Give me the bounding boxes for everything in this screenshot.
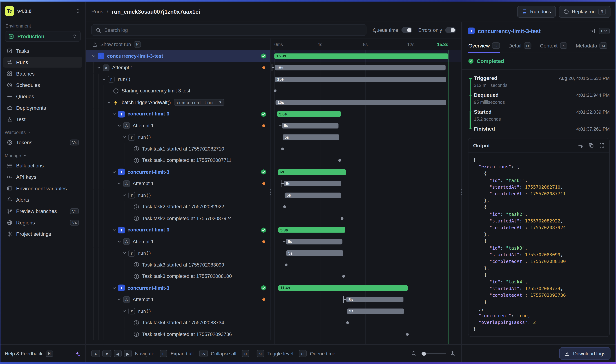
zoom-out-icon[interactable] [411, 351, 417, 356]
trace-row[interactable]: Task task4 started at 1755702088734 [86, 317, 461, 328]
span-bar[interactable]: 15s [275, 77, 446, 82]
resize-handle-tree[interactable] [268, 188, 273, 196]
copy-icon[interactable] [588, 143, 594, 148]
tab-metadata[interactable]: MetadataM [575, 39, 608, 53]
run-docs-button[interactable]: Run docs [517, 6, 556, 18]
trace-row[interactable]: Task task2 completed at 1755702087924 [86, 213, 461, 224]
span-bar[interactable]: 5s [347, 308, 404, 314]
chevron-down-icon[interactable] [106, 99, 112, 105]
zoom-in-icon[interactable] [450, 351, 456, 356]
toggle-level-key-0[interactable]: 0 [242, 350, 249, 357]
span-bar[interactable]: 5s [284, 181, 341, 186]
search-input[interactable]: Search log [91, 24, 366, 36]
trace-row[interactable]: rrun() 5s [86, 305, 461, 317]
span-bar[interactable]: 5.9s [278, 227, 345, 233]
trace-row[interactable]: AAttempt 1 5s [86, 294, 461, 305]
chevron-down-icon[interactable] [121, 308, 127, 314]
tab-context[interactable]: ContextX [539, 39, 567, 53]
errors-only-toggle[interactable] [445, 27, 456, 33]
sidebar-item-batches[interactable]: Batches [3, 68, 82, 79]
left-arrow-key[interactable]: ◀ [114, 350, 122, 357]
sidebar-item-deployments[interactable]: Deployments [3, 103, 82, 113]
zoom-knob[interactable] [422, 351, 426, 356]
sparkle-icon[interactable] [74, 350, 81, 357]
span-bar[interactable]: 6s [278, 169, 346, 175]
down-arrow-key[interactable]: ▼ [102, 350, 111, 357]
sidebar-item-preview-branches[interactable]: Preview branches V4 [3, 206, 82, 217]
download-logs-button[interactable]: Download logs [559, 348, 610, 360]
chevron-down-icon[interactable] [116, 122, 123, 129]
right-arrow-key[interactable]: ▶ [124, 350, 132, 357]
close-panel-icon[interactable] [590, 28, 596, 34]
collapse-all-key[interactable]: W [199, 350, 208, 357]
trace-row[interactable]: Task task1 started at 1755702082710 [86, 143, 461, 155]
sidebar-item-tasks[interactable]: Tasks [3, 46, 82, 56]
trace-row[interactable]: Task task4 completed at 1755702093736 [86, 329, 461, 340]
chevron-down-icon[interactable] [111, 111, 117, 117]
chevron-down-icon[interactable] [101, 76, 107, 82]
chevron-updown-icon[interactable] [75, 8, 81, 14]
up-arrow-key[interactable]: ▲ [91, 350, 100, 357]
sidebar-item-environment-variables[interactable]: Environment variables [3, 183, 82, 194]
chevron-down-icon[interactable] [96, 65, 102, 71]
sidebar-item-api-keys[interactable]: API keys [3, 172, 82, 182]
sidebar-item-runs[interactable]: Runs [3, 57, 82, 68]
trace-row[interactable]: AAttempt 1 15s [86, 62, 461, 73]
trace-row[interactable]: Tconcurrent-limit-3 6s [86, 166, 461, 178]
expand-icon[interactable] [599, 143, 605, 148]
tab-detail[interactable]: DetailD [508, 39, 532, 53]
section-manage[interactable]: Manage [0, 148, 85, 159]
resize-handle-inspector[interactable] [459, 188, 463, 196]
chevron-down-icon[interactable] [116, 238, 123, 245]
queue-time-toggle[interactable] [401, 27, 412, 33]
trace-row[interactable]: rrun() 5s [86, 247, 461, 259]
trace-row[interactable]: Starting concurrency limit 3 test [86, 85, 461, 97]
span-bar[interactable]: 5s [282, 123, 339, 129]
trace-row[interactable]: Task task3 completed at 1755702088100 [86, 271, 461, 282]
toggle-level-key-9[interactable]: 9 [257, 350, 264, 357]
chevron-down-icon[interactable] [91, 53, 97, 59]
environment-selector[interactable]: Production [5, 31, 81, 42]
expand-all-key[interactable]: E [160, 350, 168, 357]
span-bar[interactable]: 5s [285, 193, 341, 198]
span-bar[interactable]: 11.4s [278, 285, 408, 291]
trace-row[interactable]: AAttempt 1 5s [86, 120, 461, 131]
sidebar-item-test[interactable]: Test [3, 114, 82, 125]
chevron-down-icon[interactable] [111, 227, 117, 233]
span-bar[interactable]: 15s [275, 100, 446, 105]
trace-row[interactable]: rrun() 15s [86, 74, 461, 85]
chevron-down-icon[interactable] [116, 181, 123, 187]
sidebar-item-regions[interactable]: Regions V4 [3, 217, 82, 228]
trace-row[interactable]: AAttempt 1 5s [86, 236, 461, 247]
chevron-down-icon[interactable] [111, 169, 117, 175]
trace-row[interactable]: rrun() 5s [86, 131, 461, 143]
trace-row[interactable]: Tconcurrent-limit-3 5.6s [86, 108, 461, 120]
queue-time-key[interactable]: Q [299, 350, 307, 357]
show-root-run-button[interactable]: Show root run P [90, 41, 143, 48]
sidebar-item-project-settings[interactable]: Project settings [3, 229, 82, 239]
chevron-down-icon[interactable] [121, 250, 127, 256]
chevron-down-icon[interactable] [121, 192, 127, 198]
trace-row[interactable]: Task task2 started at 1755702082922 [86, 201, 461, 213]
sidebar-item-schedules[interactable]: Schedules [3, 80, 82, 91]
span-bar[interactable]: 5s [286, 239, 343, 244]
section-waitpoints[interactable]: Waitpoints [0, 125, 85, 136]
org-switcher[interactable]: Te v4.0.0 [0, 2, 85, 21]
trace-row[interactable]: AAttempt 1 5s [86, 178, 461, 189]
zoom-slider[interactable] [421, 353, 446, 354]
span-bar[interactable]: 5s [283, 134, 339, 140]
trace-row[interactable]: Tconcurrent-limit-3 5.9s [86, 224, 461, 236]
span-bar[interactable]: 5s [347, 297, 404, 302]
trace-row[interactable]: Tconcurrent-limit-3 11.4s [86, 282, 461, 294]
span-bar[interactable]: 5.6s [277, 111, 341, 117]
output-json[interactable]: { "executions": [ { "id": "task1", "star… [468, 153, 609, 337]
trace-row[interactable]: Tconcurrency-limit-3-test 15.3s [86, 50, 461, 62]
trace-row[interactable]: rrun() 5s [86, 189, 461, 201]
replay-run-button[interactable]: Replay run R [559, 6, 610, 18]
chevron-down-icon[interactable] [111, 285, 117, 291]
sidebar-item-bulk-actions[interactable]: Bulk actions [3, 160, 82, 171]
sidebar-item-alerts[interactable]: Alerts [3, 195, 82, 205]
trace-row[interactable]: batchTriggerAndWait()concurrent-limit-3 … [86, 97, 461, 108]
span-bar[interactable]: 15.3s [274, 53, 448, 59]
breadcrumb-runs[interactable]: Runs [91, 9, 103, 14]
